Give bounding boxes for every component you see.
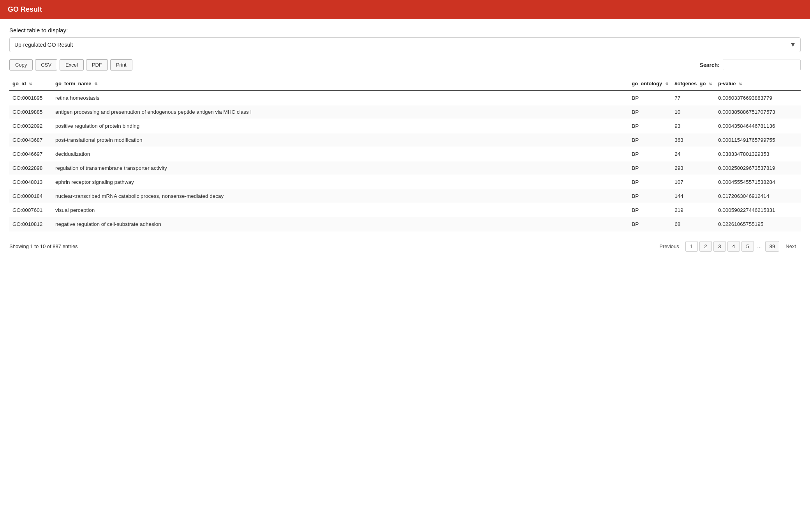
- table-row: GO:0010812negative regulation of cell-su…: [9, 217, 801, 231]
- cell-go-term: decidualization: [52, 147, 629, 161]
- cell-pvalue: 0.0383347801329353: [715, 147, 801, 161]
- table-row: GO:0032092positive regulation of protein…: [9, 119, 801, 133]
- table-row: GO:0043687post-translational protein mod…: [9, 133, 801, 147]
- print-button[interactable]: Print: [110, 59, 132, 70]
- cell-ngenes: 107: [671, 175, 715, 189]
- cell-ontology: BP: [629, 133, 671, 147]
- col-header-go-ontology[interactable]: go_ontology ⇅: [629, 77, 671, 91]
- header-bar: GO Result: [0, 0, 810, 19]
- cell-pvalue: 0.00603376693883779: [715, 91, 801, 105]
- col-header-p-value[interactable]: p-value ⇅: [715, 77, 801, 91]
- cell-ontology: BP: [629, 203, 671, 217]
- cell-go-term: retina homeostasis: [52, 91, 629, 105]
- cell-go-id: GO:0010812: [9, 217, 52, 231]
- cell-ontology: BP: [629, 91, 671, 105]
- cell-ontology: BP: [629, 119, 671, 133]
- cell-go-id: GO:0032092: [9, 119, 52, 133]
- cell-go-term: ephrin receptor signaling pathway: [52, 175, 629, 189]
- sort-arrows-pvalue: ⇅: [739, 82, 742, 86]
- page-5-button[interactable]: 5: [741, 241, 754, 252]
- cell-go-id: GO:0043687: [9, 133, 52, 147]
- cell-ontology: BP: [629, 189, 671, 203]
- cell-go-id: GO:0000184: [9, 189, 52, 203]
- cell-pvalue: 0.000435846446781136: [715, 119, 801, 133]
- cell-ngenes: 93: [671, 119, 715, 133]
- search-area: Search:: [700, 60, 801, 70]
- cell-ngenes: 144: [671, 189, 715, 203]
- cell-pvalue: 0.000115491765799755: [715, 133, 801, 147]
- cell-pvalue: 0.000385886751707573: [715, 105, 801, 119]
- table-selector-wrapper: Up-regulated GO Result Down-regulated GO…: [9, 37, 801, 52]
- page-title: GO Result: [8, 5, 42, 13]
- cell-go-term: regulation of transmembrane transporter …: [52, 161, 629, 175]
- cell-pvalue: 0.000250029673537819: [715, 161, 801, 175]
- cell-ontology: BP: [629, 161, 671, 175]
- cell-ontology: BP: [629, 147, 671, 161]
- next-button[interactable]: Next: [781, 241, 801, 251]
- table-row: GO:0001895retina homeostasisBP770.006033…: [9, 91, 801, 105]
- page-3-button[interactable]: 3: [713, 241, 726, 252]
- cell-go-id: GO:0046697: [9, 147, 52, 161]
- table-row: GO:0007601visual perceptionBP2190.000590…: [9, 203, 801, 217]
- search-input[interactable]: [723, 60, 801, 70]
- table-row: GO:0046697decidualizationBP240.038334780…: [9, 147, 801, 161]
- cell-pvalue: 0.000455545571538284: [715, 175, 801, 189]
- cell-go-id: GO:0048013: [9, 175, 52, 189]
- pdf-button[interactable]: PDF: [86, 59, 108, 70]
- cell-go-id: GO:0001895: [9, 91, 52, 105]
- cell-pvalue: 0.000590227446215831: [715, 203, 801, 217]
- table-footer: Showing 1 to 10 of 887 entries Previous …: [9, 237, 801, 252]
- previous-button[interactable]: Previous: [655, 241, 684, 251]
- page-4-button[interactable]: 4: [727, 241, 740, 252]
- cell-pvalue: 0.02261065755195: [715, 217, 801, 231]
- table-row: GO:0019885antigen processing and present…: [9, 105, 801, 119]
- cell-go-term: negative regulation of cell-substrate ad…: [52, 217, 629, 231]
- cell-ontology: BP: [629, 217, 671, 231]
- page-1-button[interactable]: 1: [685, 241, 698, 252]
- csv-button[interactable]: CSV: [35, 59, 57, 70]
- copy-button[interactable]: Copy: [9, 59, 33, 70]
- col-header-ofgenes-go[interactable]: #ofgenes_go ⇅: [671, 77, 715, 91]
- cell-go-term: positive regulation of protein binding: [52, 119, 629, 133]
- col-header-go-id[interactable]: go_id ⇅: [9, 77, 52, 91]
- cell-ngenes: 363: [671, 133, 715, 147]
- page-last-button[interactable]: 89: [765, 241, 779, 252]
- cell-go-id: GO:0022898: [9, 161, 52, 175]
- results-table: go_id ⇅ go_term_name ⇅ go_ontology ⇅ #of…: [9, 77, 801, 231]
- excel-button[interactable]: Excel: [60, 59, 84, 70]
- table-selector[interactable]: Up-regulated GO Result Down-regulated GO…: [9, 37, 801, 52]
- table-header-row: go_id ⇅ go_term_name ⇅ go_ontology ⇅ #of…: [9, 77, 801, 91]
- ellipsis: …: [755, 241, 764, 251]
- cell-go-term: nuclear-transcribed mRNA catabolic proce…: [52, 189, 629, 203]
- cell-pvalue: 0.0172063046912414: [715, 189, 801, 203]
- cell-ngenes: 219: [671, 203, 715, 217]
- cell-go-term: antigen processing and presentation of e…: [52, 105, 629, 119]
- table-row: GO:0000184nuclear-transcribed mRNA catab…: [9, 189, 801, 203]
- cell-go-term: visual perception: [52, 203, 629, 217]
- table-row: GO:0022898regulation of transmembrane tr…: [9, 161, 801, 175]
- table-row: GO:0048013ephrin receptor signaling path…: [9, 175, 801, 189]
- cell-ngenes: 10: [671, 105, 715, 119]
- cell-go-id: GO:0007601: [9, 203, 52, 217]
- col-header-go-term-name[interactable]: go_term_name ⇅: [52, 77, 629, 91]
- page-2-button[interactable]: 2: [699, 241, 712, 252]
- showing-entries: Showing 1 to 10 of 887 entries: [9, 243, 78, 249]
- pagination: Previous 1 2 3 4 5 … 89 Next: [655, 241, 801, 252]
- sort-arrows-ngenes: ⇅: [709, 82, 712, 86]
- sort-arrows-go-term: ⇅: [94, 82, 97, 86]
- cell-ontology: BP: [629, 175, 671, 189]
- cell-ngenes: 293: [671, 161, 715, 175]
- search-label: Search:: [700, 62, 720, 68]
- sort-arrows-go-id: ⇅: [29, 82, 32, 86]
- cell-ngenes: 24: [671, 147, 715, 161]
- toolbar: Copy CSV Excel PDF Print Search:: [9, 59, 801, 70]
- select-label: Select table to display:: [9, 27, 801, 33]
- cell-go-id: GO:0019885: [9, 105, 52, 119]
- cell-go-term: post-translational protein modification: [52, 133, 629, 147]
- cell-ontology: BP: [629, 105, 671, 119]
- cell-ngenes: 77: [671, 91, 715, 105]
- cell-ngenes: 68: [671, 217, 715, 231]
- sort-arrows-ontology: ⇅: [665, 82, 668, 86]
